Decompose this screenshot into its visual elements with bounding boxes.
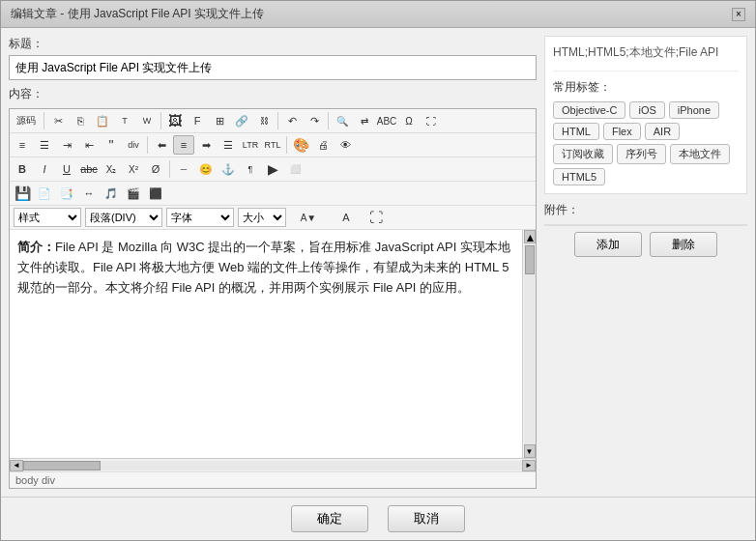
size-select[interactable]: 大小 bbox=[238, 208, 286, 227]
copy-btn[interactable]: ⎘ bbox=[70, 111, 91, 130]
cancel-btn[interactable]: 取消 bbox=[388, 505, 465, 532]
video-btn[interactable]: 🎬 bbox=[123, 184, 144, 203]
tag-btn-7[interactable]: 序列号 bbox=[617, 144, 666, 164]
paste-btn[interactable]: 📋 bbox=[92, 111, 113, 130]
list-ol-btn[interactable]: ≡ bbox=[12, 135, 33, 155]
window-title: 编辑文章 - 使用 JavaScript File API 实现文件上传 bbox=[11, 6, 264, 22]
table-btn[interactable]: ⊞ bbox=[209, 111, 230, 130]
title-label: 标题： bbox=[9, 36, 537, 52]
tag-btn-5[interactable]: AIR bbox=[645, 123, 680, 140]
sep3 bbox=[277, 112, 278, 129]
paste-text-btn[interactable]: T bbox=[114, 111, 135, 130]
undo-btn[interactable]: ↶ bbox=[281, 111, 303, 130]
close-button[interactable]: × bbox=[732, 8, 745, 21]
save-icon-btn[interactable]: 💾 bbox=[12, 184, 33, 203]
unlink-btn[interactable]: ⛓ bbox=[253, 111, 275, 130]
attachment-section: 附件： 添加 删除 bbox=[544, 202, 747, 257]
tag-btn-1[interactable]: iOS bbox=[629, 101, 664, 119]
template-btn[interactable]: 📑 bbox=[56, 184, 77, 203]
h-scroll-thumb[interactable] bbox=[23, 461, 101, 470]
bgcolor-btn[interactable]: 🎨 bbox=[290, 135, 311, 155]
bg-color-btn[interactable]: A bbox=[331, 208, 362, 227]
source-btn[interactable]: 源码 bbox=[12, 111, 41, 130]
font-select[interactable]: 字体 bbox=[166, 208, 234, 227]
cut-btn[interactable]: ✂ bbox=[47, 111, 69, 130]
common-tags-section: 常用标签： Objective-CiOSiPhoneHTMLFlexAIR订阅收… bbox=[553, 71, 739, 185]
maximize-btn[interactable]: ⛶ bbox=[365, 208, 387, 227]
h-scrollbar[interactable]: ◄ ► bbox=[10, 458, 536, 471]
attachment-box bbox=[544, 224, 747, 226]
h-scroll-track bbox=[23, 461, 522, 470]
toolbar-row-1: 源码 ✂ ⎘ 📋 T W 🖼 F ⊞ 🔗 ⛓ ↶ ↷ bbox=[10, 109, 536, 133]
ltr-btn[interactable]: LTR bbox=[240, 135, 261, 155]
underline-btn[interactable]: U bbox=[56, 159, 77, 179]
scroll-up-btn[interactable]: ▲ bbox=[524, 230, 536, 243]
delete-attachment-btn[interactable]: 删除 bbox=[650, 232, 717, 257]
special-btn[interactable]: Ω bbox=[398, 111, 420, 130]
align-justify-btn[interactable]: ☰ bbox=[218, 135, 239, 155]
scroll-right-btn[interactable]: ► bbox=[522, 460, 536, 471]
div-btn[interactable]: div bbox=[123, 135, 144, 155]
find-btn[interactable]: 🔍 bbox=[332, 111, 353, 130]
rtl-btn[interactable]: RTL bbox=[262, 135, 283, 155]
block-select[interactable]: 段落(DIV) bbox=[85, 208, 162, 227]
replace-btn[interactable]: ⇄ bbox=[354, 111, 375, 130]
scroll-thumb[interactable] bbox=[525, 245, 535, 274]
editor-container: 源码 ✂ ⎘ 📋 T W 🖼 F ⊞ 🔗 ⛓ ↶ ↷ bbox=[9, 108, 537, 489]
img-btn[interactable]: 🖼 bbox=[164, 111, 186, 130]
align-center-btn[interactable]: ≡ bbox=[173, 135, 194, 155]
font-color-btn[interactable]: A▼ bbox=[290, 208, 327, 227]
confirm-btn[interactable]: 确定 bbox=[291, 505, 368, 532]
sep1 bbox=[44, 112, 44, 129]
anchor-btn[interactable]: ⚓ bbox=[218, 159, 239, 179]
scroll-down-btn[interactable]: ▼ bbox=[524, 444, 536, 458]
tag-btn-0[interactable]: Objective-C bbox=[553, 101, 625, 119]
fullscreen-btn[interactable]: ⛶ bbox=[421, 111, 442, 130]
resize-btn[interactable]: ↔ bbox=[78, 184, 100, 203]
pagebreak-btn[interactable]: ⬛ bbox=[145, 184, 166, 203]
list-ul-btn[interactable]: ☰ bbox=[34, 135, 55, 155]
tag-btn-6[interactable]: 订阅收藏 bbox=[553, 144, 613, 164]
style-select[interactable]: 样式 bbox=[14, 208, 81, 227]
hr-btn[interactable]: ─ bbox=[173, 159, 194, 179]
media-btn[interactable]: ▶ bbox=[262, 159, 283, 179]
tag-btn-2[interactable]: iPhone bbox=[669, 101, 719, 119]
editor-content-wrap[interactable]: 简介：File API 是 Mozilla 向 W3C 提出的一个草案，旨在用标… bbox=[10, 230, 522, 458]
blockquote-btn[interactable]: " bbox=[101, 135, 122, 155]
spell-btn[interactable]: ABC bbox=[376, 111, 397, 130]
tag-btn-3[interactable]: HTML bbox=[553, 123, 599, 140]
editor-body[interactable]: 简介：File API 是 Mozilla 向 W3C 提出的一个草案，旨在用标… bbox=[10, 230, 522, 313]
toolbar-row-3: B I U abc X₂ X² Ø ─ 😊 ⚓ ¶ ▶ ⬜ bbox=[10, 157, 536, 182]
scroll-left-btn[interactable]: ◄ bbox=[10, 460, 23, 471]
content-label: 内容： bbox=[9, 86, 537, 102]
paste-word-btn[interactable]: W bbox=[136, 111, 158, 130]
strike-btn[interactable]: abc bbox=[78, 159, 100, 179]
scroll-track bbox=[524, 243, 536, 444]
add-attachment-btn[interactable]: 添加 bbox=[574, 232, 642, 257]
showblock-btn[interactable]: ¶ bbox=[240, 159, 261, 179]
preview-btn[interactable]: 👁 bbox=[334, 135, 356, 155]
italic-btn[interactable]: I bbox=[34, 159, 55, 179]
tag-btn-8[interactable]: 本地文件 bbox=[670, 144, 730, 164]
v-scrollbar[interactable]: ▲ ▼ bbox=[522, 230, 536, 458]
align-left-btn[interactable]: ⬅ bbox=[151, 135, 172, 155]
redo-btn[interactable]: ↷ bbox=[304, 111, 325, 130]
smiley-btn[interactable]: 😊 bbox=[195, 159, 217, 179]
link-btn[interactable]: 🔗 bbox=[231, 111, 252, 130]
audio-btn[interactable]: 🎵 bbox=[101, 184, 122, 203]
new-btn[interactable]: 📄 bbox=[34, 184, 55, 203]
iframe-btn[interactable]: ⬜ bbox=[284, 159, 305, 179]
outdent-btn[interactable]: ⇤ bbox=[78, 135, 100, 155]
tag-btn-9[interactable]: HTML5 bbox=[553, 168, 605, 185]
title-input[interactable] bbox=[9, 55, 537, 80]
subscript-btn[interactable]: X₂ bbox=[101, 159, 122, 179]
flash-btn[interactable]: F bbox=[187, 111, 208, 130]
removeformat-btn[interactable]: Ø bbox=[145, 159, 166, 179]
sep4 bbox=[328, 112, 329, 129]
print-btn[interactable]: 🖨 bbox=[312, 135, 334, 155]
bold-tb-btn[interactable]: B bbox=[12, 159, 33, 179]
superscript-btn[interactable]: X² bbox=[123, 159, 144, 179]
tag-btn-4[interactable]: Flex bbox=[603, 123, 641, 140]
indent-btn[interactable]: ⇥ bbox=[56, 135, 77, 155]
align-right-btn[interactable]: ➡ bbox=[195, 135, 217, 155]
